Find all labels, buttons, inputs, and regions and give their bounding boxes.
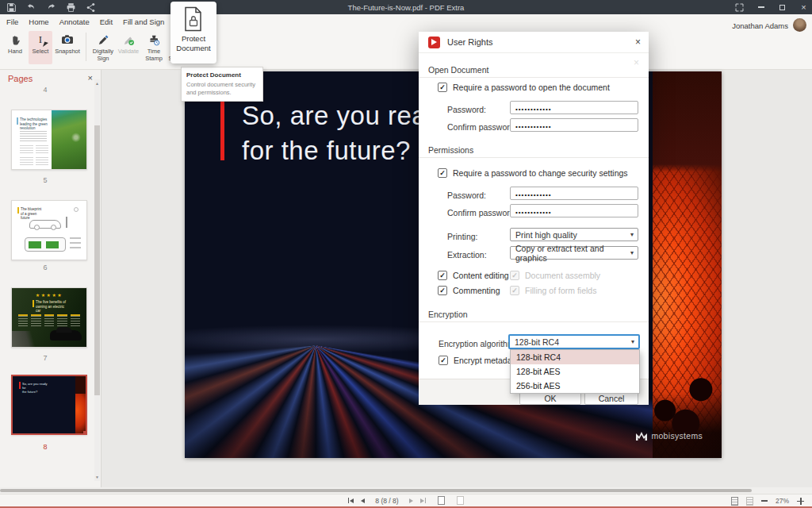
digitally-sign-button[interactable]: Digitally Sign xyxy=(91,31,115,64)
page-view-alt-icon xyxy=(457,496,464,505)
undo-icon[interactable] xyxy=(26,2,36,13)
section-permissions: Permissions xyxy=(428,145,473,155)
stamp-clock-icon xyxy=(148,33,160,47)
page-number-4: 4 xyxy=(0,86,90,94)
single-page-layout-icon[interactable] xyxy=(731,497,738,506)
require-open-password-row[interactable]: Require a password to open the document xyxy=(438,83,610,92)
extraction-label: Extraction: xyxy=(447,250,487,260)
printing-dropdown[interactable]: Print high quality▾ xyxy=(510,228,638,241)
checkbox-checked[interactable] xyxy=(439,356,448,365)
horizontal-scrollbar[interactable] xyxy=(0,487,812,494)
chevron-down-icon: ▾ xyxy=(630,231,634,238)
scroll-down-icon[interactable]: ▼ xyxy=(94,475,100,479)
save-icon[interactable] xyxy=(6,2,17,13)
option-128-bit-rc4[interactable]: 128-bit RC4 xyxy=(511,350,639,364)
ribbon: File Home Annotate Edit Fill and Sign Pr… xyxy=(0,14,812,70)
page-number-8: 8 xyxy=(0,443,90,451)
checkbox-disabled xyxy=(510,271,519,280)
tree-silhouettes xyxy=(653,367,722,458)
require-change-password-row[interactable]: Require a password to change security se… xyxy=(438,168,628,178)
protect-document-button[interactable]: Protect Document xyxy=(170,2,216,64)
next-page-button[interactable] xyxy=(409,498,413,503)
zoom-out-icon[interactable] xyxy=(761,500,768,502)
hand-tool-button[interactable]: Hand xyxy=(3,31,27,64)
expand-icon[interactable] xyxy=(734,2,745,13)
thumb5-accent-bar xyxy=(17,207,19,214)
form-fields-checkbox-row: Filling of form fields xyxy=(510,286,596,295)
encrypt-metadata-checkbox-row[interactable]: Encrypt metadata xyxy=(439,356,519,365)
page-indicator: 8 (8 / 8) xyxy=(375,497,398,505)
minimize-icon[interactable] xyxy=(756,2,766,13)
horizontal-scrollbar-thumb[interactable] xyxy=(0,489,752,492)
tab-home[interactable]: Home xyxy=(29,17,48,30)
pages-scrollbar-thumb[interactable] xyxy=(94,125,100,395)
open-password-field[interactable]: •••••••••••• xyxy=(510,101,638,114)
thumb4-caption: The technologies leading the green revol… xyxy=(20,117,48,131)
print-icon[interactable] xyxy=(66,2,76,13)
password-label: Password: xyxy=(447,105,486,114)
time-stamp-button[interactable]: Time Stamp xyxy=(142,31,166,64)
encryption-options-list: 128-bit RC4 128-bit AES 256-bit AES xyxy=(510,349,640,394)
dialog-header[interactable]: User Rights × xyxy=(419,32,649,53)
page-thumbnail-8-selected[interactable]: So, are you ready for the future? xyxy=(11,375,87,435)
tab-edit[interactable]: Edit xyxy=(100,17,113,30)
redo-icon[interactable] xyxy=(46,2,56,13)
previous-page-button[interactable] xyxy=(361,498,365,503)
select-icon: I xyxy=(39,33,42,47)
tab-file[interactable]: File xyxy=(6,17,18,30)
password-label: Password: xyxy=(447,190,486,200)
thumb7-accent-bar xyxy=(33,300,34,307)
checkbox-checked[interactable] xyxy=(438,286,447,295)
dialog-title: User Rights xyxy=(447,37,492,47)
thumb7-columns xyxy=(18,314,80,327)
camera-icon xyxy=(61,33,74,47)
first-page-button[interactable] xyxy=(348,498,354,503)
tab-annotate[interactable]: Annotate xyxy=(59,17,90,30)
thumb4-grid xyxy=(20,145,48,166)
share-icon[interactable] xyxy=(86,2,96,13)
chevron-down-icon: ▾ xyxy=(630,249,634,256)
page-number-6: 6 xyxy=(0,264,90,271)
maximize-icon[interactable] xyxy=(777,2,787,13)
option-128-bit-aes[interactable]: 128-bit AES xyxy=(511,364,639,379)
last-page-button[interactable] xyxy=(420,498,427,503)
pdf-extra-logo-icon xyxy=(428,37,440,48)
content-editing-checkbox-row[interactable]: Content editing xyxy=(438,271,509,280)
titlebar: The-Future-is-Now.pdf - PDF Extra × xyxy=(0,0,812,14)
page-thumbnail-5[interactable]: The blueprint of a green future xyxy=(11,200,87,260)
commenting-checkbox-row[interactable]: Commenting xyxy=(438,286,500,295)
extraction-dropdown[interactable]: Copy or extract text and graphics▾ xyxy=(510,246,638,260)
user-rights-dialog: User Rights × × Open Document Require a … xyxy=(419,32,649,405)
scroll-up-icon[interactable]: ▲ xyxy=(94,81,100,86)
window-title: The-Future-is-Now.pdf - PDF Extra xyxy=(0,3,812,12)
continuous-layout-icon[interactable] xyxy=(746,497,753,506)
pages-panel-close-icon[interactable]: × xyxy=(88,73,93,83)
tab-fill-and-sign[interactable]: Fill and Sign xyxy=(123,17,164,30)
dialog-close-icon[interactable]: × xyxy=(635,37,641,48)
thumb8-accent-bar xyxy=(19,382,21,389)
snapshot-button[interactable]: Snapshot xyxy=(54,31,81,64)
thumb5-battery-diagram xyxy=(25,237,66,252)
checkbox-disabled xyxy=(510,286,519,295)
thumb4-accent-bar xyxy=(17,117,18,125)
permissions-confirm-password-field[interactable]: •••••••••••• xyxy=(510,204,638,217)
select-tool-button[interactable]: I Select xyxy=(29,31,52,64)
open-confirm-password-field[interactable]: •••••••••••• xyxy=(510,118,638,132)
pages-panel: Pages × 4 The technologies leading the g… xyxy=(0,70,102,487)
divider xyxy=(419,77,649,78)
printing-label: Printing: xyxy=(447,232,478,241)
page-view-icon[interactable] xyxy=(438,496,445,505)
checkbox-checked[interactable] xyxy=(438,271,447,280)
zoom-in-icon[interactable] xyxy=(797,498,804,505)
thumb4-forest-image xyxy=(52,110,86,170)
checkbox-checked[interactable] xyxy=(438,83,447,92)
encryption-algorithm-dropdown[interactable]: 128-bit RC4▾ xyxy=(508,334,640,349)
avatar[interactable] xyxy=(793,18,806,32)
checkbox-checked[interactable] xyxy=(438,168,447,178)
toolbar-separator xyxy=(86,33,86,61)
option-256-bit-aes[interactable]: 256-bit AES xyxy=(511,379,639,393)
page-thumbnail-7[interactable]: ★★★★★ The five benefits of owning an ele… xyxy=(11,287,87,348)
page-thumbnail-4[interactable]: The technologies leading the green revol… xyxy=(11,110,87,170)
permissions-password-field[interactable]: •••••••••••• xyxy=(510,187,638,200)
close-icon[interactable]: × xyxy=(799,2,809,13)
